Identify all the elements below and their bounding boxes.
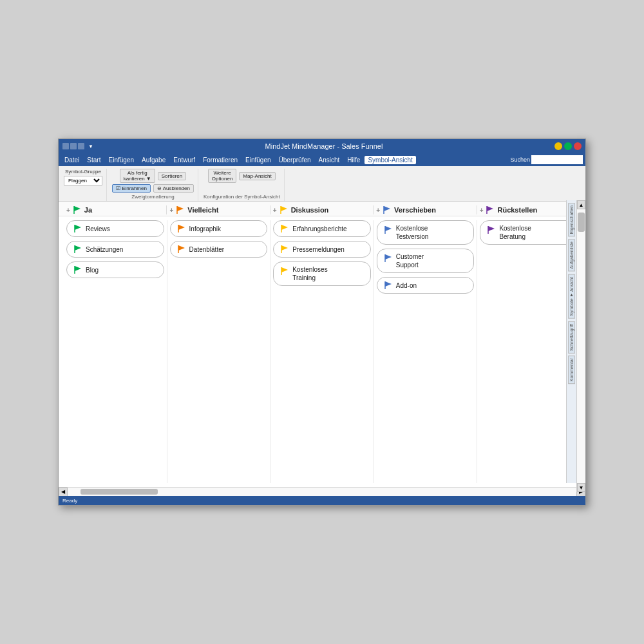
flag-purple-header bbox=[486, 205, 495, 214]
card-pressemeldungen-text: Pressemeldungen bbox=[292, 245, 345, 254]
col-header-vielleicht: + Vielleicht bbox=[167, 205, 270, 214]
ribbon: Symbol-Gruppe Flaggen Als fertigkantiere… bbox=[59, 166, 585, 202]
col-title-ja: Ja bbox=[84, 206, 92, 214]
card-kostenlose-testversion[interactable]: KostenloseTestversion bbox=[377, 220, 475, 245]
col-title-vielleicht: Vielleicht bbox=[187, 206, 218, 214]
svg-marker-24 bbox=[281, 267, 288, 272]
flag-green-reviews bbox=[73, 224, 82, 233]
right-panel-tab-1[interactable]: Eigenschaften bbox=[568, 203, 575, 236]
kanban-col-verschieben: KostenloseTestversion CustomerSupport Ad… bbox=[374, 220, 478, 483]
menu-ansicht[interactable]: Ansicht bbox=[316, 156, 343, 164]
svg-marker-18 bbox=[178, 245, 185, 251]
card-erfahrungsberichte[interactable]: Erfahrungsberichte bbox=[273, 220, 371, 237]
maximize-btn[interactable] bbox=[564, 142, 572, 150]
ribbon-row-actions2: ☑ Einrahmen ⊖ Ausblenden bbox=[112, 184, 194, 193]
right-panel-tab-5[interactable]: Kommentar bbox=[568, 355, 575, 384]
ribbon-group2-label: Zweigtormatierung bbox=[131, 194, 174, 201]
column-headers: + Ja + Vielleicht + Diskussion bbox=[59, 202, 585, 216]
menu-aufgabe[interactable]: Aufgabe bbox=[138, 156, 169, 164]
ribbon-btn-ausblenden[interactable]: ⊖ Ausblenden bbox=[153, 184, 194, 193]
card-reviews[interactable]: Reviews bbox=[66, 220, 164, 237]
menu-datei[interactable]: Datei bbox=[61, 156, 82, 164]
svg-marker-16 bbox=[178, 225, 185, 230]
ribbon-btn-map[interactable]: Map-Ansicht bbox=[239, 172, 275, 180]
ribbon-row-actions: Als fertigkantieren ▼ Sortieren bbox=[120, 169, 187, 183]
col-plus-verschieben[interactable]: + bbox=[376, 207, 380, 214]
menu-formatieren[interactable]: Formatieren bbox=[200, 156, 241, 164]
search-input[interactable] bbox=[531, 155, 583, 164]
ribbon-btn-fertig[interactable]: Als fertigkantieren ▼ bbox=[120, 169, 155, 183]
scroll-left-btn[interactable]: ◀ bbox=[59, 488, 68, 497]
svg-marker-32 bbox=[488, 226, 495, 231]
scroll-up-btn[interactable]: ▲ bbox=[577, 200, 585, 209]
qa-dropdown[interactable]: ▼ bbox=[88, 144, 93, 149]
menu-symbol-ansicht[interactable]: Symbol-Ansicht bbox=[365, 156, 415, 164]
svg-marker-10 bbox=[75, 225, 81, 230]
card-kostenloses-training[interactable]: KostenlosesTraining bbox=[273, 261, 371, 286]
card-datenblaetter[interactable]: Datenblätter bbox=[170, 241, 268, 258]
scroll-down-btn[interactable]: ▼ bbox=[577, 483, 585, 492]
card-kostenlose-beratung-text: KostenloseBeratung bbox=[499, 224, 531, 241]
ribbon-symbol-select[interactable]: Flaggen bbox=[64, 176, 102, 185]
title-bar: ▼ MindJet MindManager - Sales Funnel bbox=[59, 139, 585, 153]
flag-yellow-erfahrung bbox=[280, 224, 289, 233]
menu-einfuegen2[interactable]: Einfügen bbox=[242, 156, 274, 164]
svg-marker-14 bbox=[75, 266, 81, 271]
qa-undo[interactable] bbox=[70, 143, 77, 149]
right-panel-tab-3[interactable]: Symbole ▼ Ansicht bbox=[568, 274, 575, 319]
right-panel-tab-4[interactable]: Schnellzugriff bbox=[568, 321, 575, 354]
menu-entwurf[interactable]: Entwurf bbox=[170, 156, 198, 164]
ribbon-btn-weitere[interactable]: WeitereOptionen bbox=[208, 169, 236, 183]
minimize-btn[interactable] bbox=[554, 142, 562, 150]
scroll-h-thumb[interactable] bbox=[80, 489, 158, 495]
card-blog-text: Blog bbox=[86, 266, 99, 274]
card-blog[interactable]: Blog bbox=[66, 261, 164, 278]
ribbon-btn-einrahmen[interactable]: ☑ Einrahmen bbox=[112, 184, 151, 193]
qa-redo[interactable] bbox=[78, 143, 84, 149]
qa-save[interactable] bbox=[62, 143, 69, 149]
card-kostenlose-beratung[interactable]: KostenloseBeratung bbox=[480, 220, 578, 245]
svg-marker-22 bbox=[281, 245, 288, 251]
flag-blue-support bbox=[384, 254, 393, 263]
flag-blue-addon bbox=[384, 281, 393, 290]
scroll-h-track bbox=[68, 488, 576, 496]
svg-marker-26 bbox=[385, 226, 392, 231]
quick-access-bar: ▼ bbox=[62, 143, 93, 149]
menu-hilfe[interactable]: Hilfe bbox=[344, 156, 363, 164]
menu-start[interactable]: Start bbox=[84, 156, 104, 164]
menu-ueberpruefen[interactable]: Überprüfen bbox=[276, 156, 314, 164]
menu-einfuegen[interactable]: Einfügen bbox=[105, 156, 137, 164]
col-plus-rueckstellen[interactable]: + bbox=[480, 207, 484, 214]
kanban-col-diskussion: Erfahrungsberichte Pressemeldungen Koste… bbox=[270, 220, 374, 483]
card-customer-support[interactable]: CustomerSupport bbox=[377, 249, 475, 273]
menu-bar: Datei Start Einfügen Aufgabe Entwurf For… bbox=[59, 153, 585, 166]
card-schaetzungen[interactable]: Schätzungen bbox=[66, 241, 164, 258]
card-infographik[interactable]: Infographik bbox=[170, 220, 268, 237]
flag-blue-header bbox=[383, 205, 392, 214]
flag-green-schaetzungen bbox=[73, 245, 82, 254]
horizontal-scrollbar: ◀ ▶ bbox=[59, 487, 585, 496]
card-addon-text: Add-on bbox=[396, 281, 417, 290]
card-pressemeldungen[interactable]: Pressemeldungen bbox=[273, 241, 371, 258]
window-controls bbox=[554, 142, 582, 150]
card-customer-support-text: CustomerSupport bbox=[396, 252, 424, 269]
kanban-columns: Reviews Schätzungen Blog bbox=[59, 216, 585, 487]
card-infographik-text: Infographik bbox=[189, 225, 221, 233]
ribbon-group-view: WeitereOptionen Map-Ansicht Konfiguratio… bbox=[204, 169, 285, 201]
ribbon-row-2: Flaggen bbox=[64, 176, 102, 185]
ribbon-group-symbol: Symbol-Gruppe Flaggen bbox=[64, 169, 107, 201]
col-header-rueckstellen: + Rückstellen bbox=[477, 205, 580, 214]
svg-marker-6 bbox=[384, 206, 390, 211]
card-addon[interactable]: Add-on bbox=[377, 277, 475, 294]
ribbon-btn-sortieren[interactable]: Sortieren bbox=[158, 172, 186, 180]
close-btn[interactable] bbox=[574, 142, 582, 150]
right-panel-tab-2[interactable]: Aufgabenliste bbox=[568, 239, 575, 271]
col-plus-ja[interactable]: + bbox=[66, 207, 70, 214]
flag-orange-datenblaetter bbox=[177, 245, 186, 254]
col-plus-vielleicht[interactable]: + bbox=[169, 207, 173, 214]
col-title-rueckstellen: Rückstellen bbox=[497, 206, 537, 214]
scroll-v-thumb[interactable] bbox=[578, 213, 585, 232]
col-plus-diskussion[interactable]: + bbox=[273, 207, 277, 214]
ribbon-row-view: WeitereOptionen Map-Ansicht bbox=[208, 169, 276, 183]
window-title: MindJet MindManager - Sales Funnel bbox=[93, 142, 554, 150]
